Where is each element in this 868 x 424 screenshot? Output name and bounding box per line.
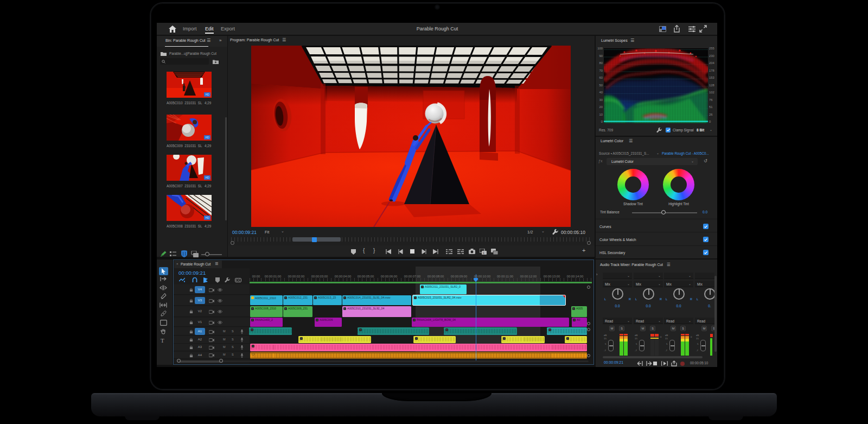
svg-text:1: 1 <box>483 251 484 255</box>
svg-text:HD: HD <box>205 93 209 96</box>
svg-text:HD: HD <box>205 216 209 219</box>
svg-text:HD: HD <box>205 176 209 179</box>
svg-text:HD: HD <box>205 136 209 139</box>
